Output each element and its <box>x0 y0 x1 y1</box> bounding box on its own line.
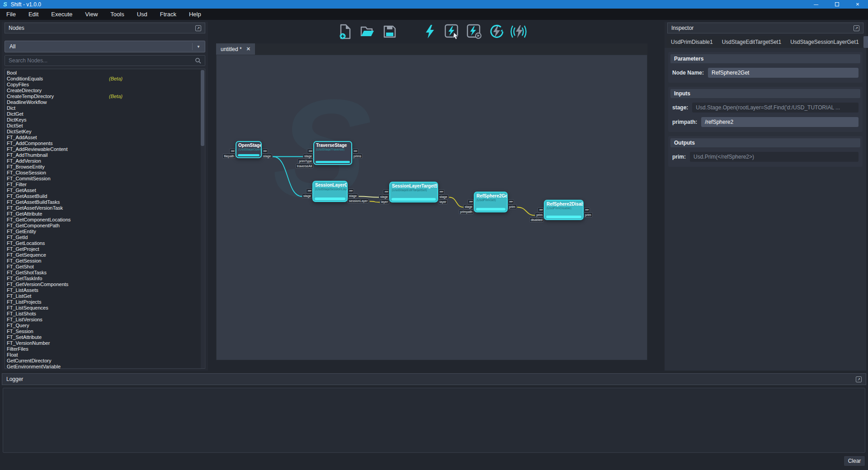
port-stage[interactable]: stage <box>379 194 389 199</box>
node-list-item[interactable]: FT_CommitSession <box>5 176 205 182</box>
node-list-item[interactable]: FT_VersionNumber <box>5 340 205 346</box>
execute-button[interactable] <box>421 23 439 41</box>
menu-edit[interactable]: Edit <box>22 9 45 19</box>
graph-node-RefSphere2Get[interactable]: RefSphere2Get(UsdPrimGet)>>>stageprimpat… <box>474 192 508 212</box>
node-list-item[interactable]: FT_GetComponentPath <box>5 223 205 229</box>
node-list-item[interactable]: ConditionEquals(Beta) <box>5 76 205 82</box>
port-disabled[interactable]: disabled <box>529 217 544 222</box>
inspector-tab-UsdPrimDisable1[interactable]: UsdPrimDisable1 <box>666 36 717 48</box>
maximize-button[interactable] <box>826 0 847 9</box>
node-list-item[interactable]: FT_GetSession <box>5 258 205 264</box>
execute-selection-button[interactable] <box>443 23 461 41</box>
node-list-item[interactable]: FT_ListVersions <box>5 317 205 323</box>
node-list-item[interactable]: Bool <box>5 70 205 76</box>
port-stage[interactable]: stage <box>463 204 474 209</box>
graph-node-OpenStage[interactable]: OpenStage(UsdStageOpen)>>>filepath>>>sta… <box>236 141 262 158</box>
port-stage[interactable]: stage <box>348 193 358 198</box>
port-layer[interactable]: layer <box>438 199 448 204</box>
inspector-tab-UsdStageSessionLayerGet1[interactable]: UsdStageSessionLayerGet1 <box>786 36 863 48</box>
live-execute-button[interactable] <box>510 23 527 41</box>
port-primpath[interactable]: primpath <box>459 209 474 214</box>
node-list-item[interactable]: FT_GetLocations <box>5 240 205 246</box>
float-panel-icon[interactable]: ↗ <box>195 25 201 31</box>
node-list-item[interactable]: FT_AddAsset <box>5 135 205 141</box>
menu-execute[interactable]: Execute <box>45 9 79 19</box>
node-list-item[interactable]: FT_ListGet <box>5 293 205 299</box>
node-category-dropdown[interactable]: All ▼ <box>5 41 205 52</box>
port-prim[interactable]: prim <box>535 212 544 217</box>
graph-canvas[interactable]: S OpenStage(UsdStageOpen)>>>filepath>>>s… <box>216 55 647 360</box>
graph-node-SessionLayerTargetSet[interactable]: SessionLayerTargetSet(UsdStageEditTarget… <box>389 182 438 202</box>
node-list-item[interactable]: FT_GetAssetBuildTasks <box>5 199 205 205</box>
port-prim[interactable]: prim <box>508 204 517 209</box>
node-list-item[interactable]: FT_GetAsset <box>5 188 205 193</box>
menu-help[interactable]: Help <box>183 9 208 19</box>
node-list-item[interactable]: FilterFiles <box>5 346 205 352</box>
port-stage[interactable]: stage <box>303 154 313 159</box>
clear-log-button[interactable]: Clear <box>844 456 865 466</box>
port-traverseAll[interactable]: traverseAll <box>296 164 313 169</box>
port-layer[interactable]: layer <box>380 199 389 204</box>
close-button[interactable]: ✕ <box>847 0 868 9</box>
node-list-item[interactable]: Float <box>5 352 205 358</box>
re-execute-button[interactable] <box>488 23 505 41</box>
node-list-item[interactable]: CreateTempDirectory(Beta) <box>5 94 205 99</box>
node-list-item[interactable]: DictSetKey <box>5 129 205 135</box>
port-filepath[interactable]: filepath <box>222 154 236 159</box>
graph-node-SessionLayerGet[interactable]: SessionLayerGet(UsdStageSessionLayerGet)… <box>312 181 348 202</box>
open-scene-button[interactable] <box>359 23 376 41</box>
node-list-item[interactable]: FT_ListShots <box>5 311 205 317</box>
port-sessionLayer[interactable]: sessionLayer <box>348 198 369 203</box>
menu-tools[interactable]: Tools <box>104 9 130 19</box>
node-list-item[interactable]: FT_GetProject <box>5 246 205 252</box>
tab-close-icon[interactable]: ✕ <box>246 46 250 52</box>
float-panel-icon[interactable]: ↗ <box>854 25 859 31</box>
new-scene-button[interactable] <box>337 23 354 41</box>
port-stage[interactable]: stage <box>438 194 448 199</box>
node-list-item[interactable]: FT_Session <box>5 329 205 334</box>
node-list-item[interactable]: FT_AddReviewableContent <box>5 146 205 152</box>
node-list-item[interactable]: FT_ListProjects <box>5 299 205 305</box>
port-prims[interactable]: prims <box>352 154 363 159</box>
node-list-item[interactable]: DictKeys <box>5 117 205 123</box>
graph-tab-untitled[interactable]: untitled * ✕ <box>216 43 255 55</box>
node-list-item[interactable]: FT_AddThumbnail <box>5 152 205 158</box>
search-input[interactable] <box>9 57 195 64</box>
node-list-item[interactable]: FT_GetEntity <box>5 229 205 235</box>
node-list-item[interactable]: FT_Filter <box>5 182 205 188</box>
menu-file[interactable]: File <box>0 9 22 19</box>
graph-node-RefSphere2Disable[interactable]: RefSphere2Disable(UsdPrimDisable)>>>prim… <box>544 200 584 220</box>
node-list-item[interactable]: FT_GetAttribute <box>5 211 205 217</box>
node-list-item[interactable]: GetEnvironmentVariable <box>5 364 205 369</box>
inspector-tab-UsdStageEditTargetSet1[interactable]: UsdStageEditTargetSet1 <box>717 36 786 48</box>
node-list-item[interactable]: FT_ListSequences <box>5 305 205 311</box>
primpath-input[interactable] <box>701 117 859 127</box>
node-list-item[interactable]: FT_GetShot <box>5 264 205 270</box>
float-panel-icon[interactable]: ↗ <box>856 376 862 382</box>
node-list-item[interactable]: DeadlineWorkflow <box>5 99 205 105</box>
node-list-item[interactable]: FT_GetSequence <box>5 252 205 258</box>
node-list-item[interactable]: FT_CloseSession <box>5 170 205 176</box>
port-primType[interactable]: primType <box>297 159 313 164</box>
node-list-item[interactable]: FT_GetAssetBuild <box>5 193 205 199</box>
inspector-tab-UsdPrimGet1[interactable]: UsdPrimGet1 <box>863 36 868 48</box>
graph-node-TraverseStage[interactable]: TraverseStage(UsdStageTraverse)>>>stagep… <box>313 141 352 165</box>
node-list-item[interactable]: FT_SetAttribute <box>5 334 205 340</box>
port-prim[interactable]: prim <box>584 212 593 217</box>
node-list-item[interactable]: DictSet <box>5 123 205 129</box>
node-list-item[interactable]: GetCurrentDirectory <box>5 358 205 364</box>
save-scene-button[interactable] <box>381 23 398 41</box>
node-list-item[interactable]: FT_GetComponentLocations <box>5 217 205 223</box>
menu-view[interactable]: View <box>79 9 104 19</box>
node-list-item[interactable]: FT_GetVersionComponents <box>5 282 205 287</box>
node-list-item[interactable]: DictGet <box>5 111 205 117</box>
node-list-item[interactable]: FT_GetAssetVersionTask <box>5 205 205 211</box>
node-list-item[interactable]: FT_GetId <box>5 235 205 240</box>
node-list-item[interactable]: CreateDirectory <box>5 88 205 94</box>
node-list-item[interactable]: FT_ListAssets <box>5 287 205 293</box>
node-list-item[interactable]: CopyFiles <box>5 82 205 88</box>
node-list-item[interactable]: Dict <box>5 105 205 111</box>
node-list-item[interactable]: FT_Query <box>5 323 205 329</box>
execute-from-node-button[interactable] <box>466 23 483 41</box>
port-stage[interactable]: stage <box>302 193 312 198</box>
